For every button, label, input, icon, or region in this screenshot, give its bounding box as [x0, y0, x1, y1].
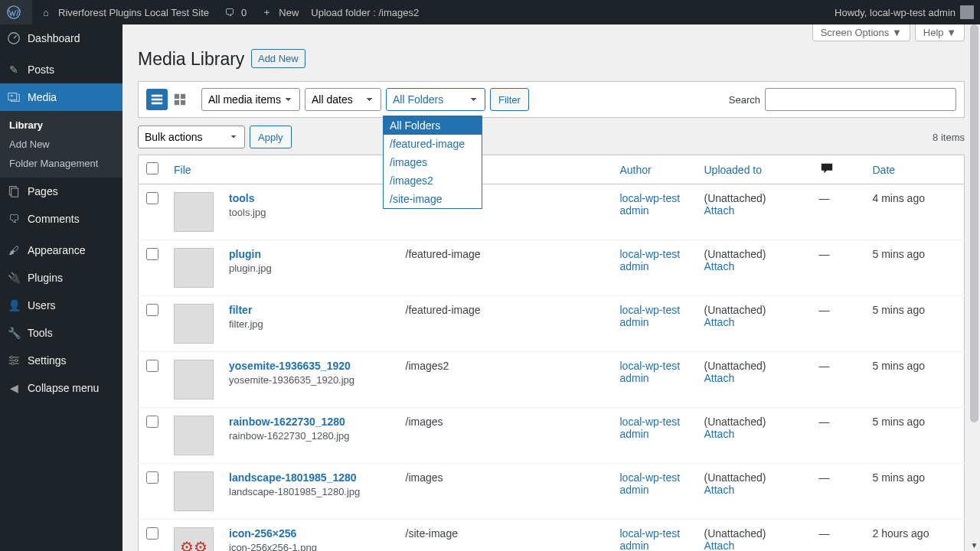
row-checkbox[interactable] [146, 304, 158, 316]
media-submenu: Library Add New Folder Management [0, 111, 122, 178]
media-type-select[interactable]: All media items [201, 88, 300, 111]
submenu-library[interactable]: Library [0, 116, 122, 135]
comments-cell: — [812, 408, 865, 464]
attach-link[interactable]: Attach [704, 260, 735, 272]
scroll-down-icon[interactable]: ▼ [969, 540, 980, 551]
author-link[interactable]: local-wp-test admin [620, 192, 681, 217]
media-icon [6, 90, 21, 105]
unattached-label: (Unattached) [704, 416, 766, 428]
svg-point-3 [11, 95, 13, 97]
home-icon: ⌂ [38, 5, 54, 20]
row-checkbox[interactable] [146, 416, 158, 428]
row-checkbox[interactable] [146, 527, 158, 540]
plugins-icon: 🔌 [6, 270, 21, 285]
pin-icon: ✎ [6, 62, 21, 77]
filter-bar: All media items All dates All Folders Fi… [138, 81, 965, 118]
author-link[interactable]: local-wp-test admin [620, 416, 681, 440]
filter-button[interactable]: Filter [490, 88, 529, 111]
menu-appearance[interactable]: 🖌Appearance [0, 236, 122, 264]
attach-link[interactable]: Attach [704, 428, 735, 440]
site-name-link[interactable]: ⌂Riverforest Plugins Local Test Site [32, 0, 215, 24]
folder-cell: /images [398, 464, 612, 520]
folder-option-featured[interactable]: /featured-image [384, 135, 482, 153]
help-button[interactable]: Help ▼ [915, 24, 965, 41]
menu-users[interactable]: 👤Users [0, 292, 122, 319]
menu-media[interactable]: Media [0, 83, 122, 111]
author-link[interactable]: local-wp-test admin [620, 471, 681, 496]
view-grid-button[interactable] [169, 89, 191, 110]
row-checkbox[interactable] [146, 360, 158, 372]
folder-cell: /images2 [398, 352, 612, 408]
dates-select[interactable]: All dates [305, 88, 381, 111]
thumbnail[interactable] [174, 360, 214, 399]
menu-comments[interactable]: 🗨Comments [0, 205, 122, 233]
comments-column-icon[interactable] [819, 161, 835, 175]
select-all-checkbox[interactable] [146, 162, 158, 174]
attach-link[interactable]: Attach [704, 484, 735, 496]
menu-dashboard[interactable]: Dashboard [0, 24, 122, 52]
wp-logo[interactable] [0, 0, 32, 24]
unattached-label: (Unattached) [704, 527, 766, 540]
col-date[interactable]: Date [873, 164, 896, 176]
svg-rect-12 [175, 94, 179, 99]
attach-link[interactable]: Attach [704, 316, 735, 328]
author-link[interactable]: local-wp-test admin [620, 360, 681, 384]
media-title-link[interactable]: plugin [229, 248, 261, 260]
thumbnail[interactable] [174, 304, 214, 344]
author-link[interactable]: local-wp-test admin [620, 304, 681, 328]
row-checkbox[interactable] [146, 248, 158, 260]
menu-plugins[interactable]: 🔌Plugins [0, 264, 122, 292]
menu-collapse[interactable]: ◀Collapse menu [0, 374, 122, 402]
folder-option-site-image[interactable]: /site-image [384, 190, 482, 208]
author-link[interactable]: local-wp-test admin [620, 248, 681, 272]
media-title-link[interactable]: icon-256×256 [229, 527, 296, 540]
add-new-button[interactable]: Add New [251, 49, 305, 68]
thumbnail[interactable] [174, 471, 214, 511]
apply-button[interactable]: Apply [250, 126, 292, 148]
submenu-add-new[interactable]: Add New [0, 135, 122, 154]
menu-pages[interactable]: Pages [0, 178, 122, 205]
new-content-link[interactable]: ＋New [253, 0, 305, 24]
thumbnail[interactable] [174, 192, 214, 232]
screen-options-button[interactable]: Screen Options ▼ [812, 24, 910, 41]
upload-folder-label[interactable]: Upload folder : /images2 [305, 0, 425, 24]
col-file[interactable]: File [174, 164, 191, 176]
date-cell: 5 mins ago [865, 240, 965, 296]
filename: yosemite-1936635_1920.jpg [229, 374, 390, 386]
media-title-link[interactable]: rainbow-1622730_1280 [229, 416, 345, 428]
folder-option-images2[interactable]: /images2 [384, 171, 482, 190]
scroll-thumb[interactable] [970, 24, 978, 422]
svg-rect-9 [152, 95, 162, 97]
comments-link[interactable]: 🗨0 [215, 0, 253, 24]
col-author[interactable]: Author [620, 164, 652, 176]
view-list-button[interactable] [146, 89, 168, 110]
search-input[interactable] [765, 88, 956, 111]
thumbnail[interactable] [174, 248, 214, 288]
menu-settings[interactable]: Settings [0, 347, 122, 374]
submenu-folder-management[interactable]: Folder Management [0, 154, 122, 173]
row-checkbox[interactable] [146, 192, 158, 204]
folder-option-images[interactable]: /images [384, 153, 482, 171]
site-name: Riverforest Plugins Local Test Site [58, 7, 209, 18]
folder-option-all[interactable]: All Folders [384, 116, 482, 135]
menu-tools[interactable]: 🔧Tools [0, 319, 122, 347]
thumbnail[interactable] [174, 527, 214, 551]
scrollbar[interactable]: ▲ ▼ [969, 24, 980, 551]
media-title-link[interactable]: yosemite-1936635_1920 [229, 360, 351, 372]
comments-cell: — [812, 352, 865, 408]
bulk-actions-select[interactable]: Bulk actions [138, 126, 245, 148]
comments-cell: — [812, 296, 865, 352]
attach-link[interactable]: Attach [704, 540, 735, 551]
folder-select[interactable]: All Folders [386, 88, 485, 111]
media-title-link[interactable]: landscape-1801985_1280 [229, 471, 357, 484]
media-title-link[interactable]: filter [229, 304, 252, 316]
thumbnail[interactable] [174, 416, 214, 455]
col-uploaded[interactable]: Uploaded to [704, 164, 763, 176]
author-link[interactable]: local-wp-test admin [620, 527, 681, 551]
attach-link[interactable]: Attach [704, 372, 735, 384]
attach-link[interactable]: Attach [704, 204, 735, 217]
media-title-link[interactable]: tools [229, 192, 254, 204]
row-checkbox[interactable] [146, 471, 158, 484]
menu-posts[interactable]: ✎Posts [0, 56, 122, 83]
howdy-link[interactable]: Howdy, local-wp-test admin [828, 0, 980, 24]
